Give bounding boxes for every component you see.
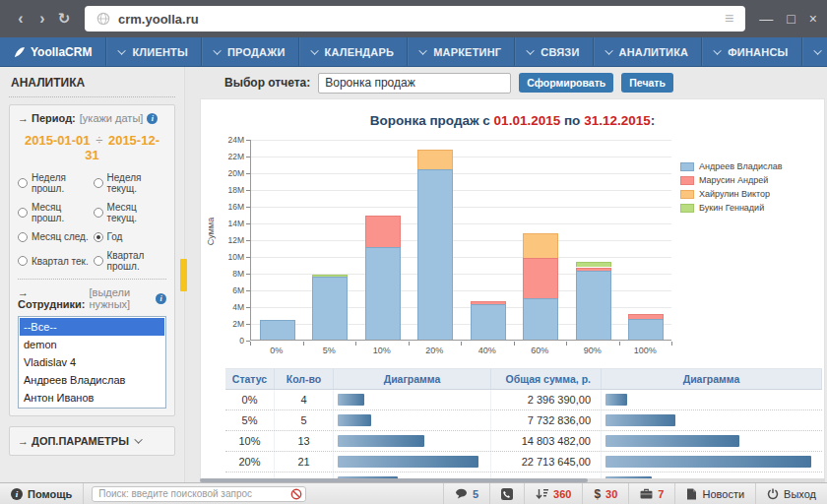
sum-bar <box>605 414 675 426</box>
period-radio[interactable]: Месяц прошл. <box>18 202 92 223</box>
minimize-icon[interactable]: — <box>759 11 773 27</box>
nav-item-продажи[interactable]: ПРОДАЖИ <box>202 37 299 66</box>
nav-item-связи[interactable]: СВЯЗИ <box>515 37 593 66</box>
period-radio[interactable]: Неделя прошл. <box>18 172 92 194</box>
period-dates: 2015-01-01 ÷ 2015-12-31 <box>18 133 166 162</box>
radio-icon <box>94 232 103 242</box>
reload-icon[interactable]: ↻ <box>53 10 75 28</box>
period-radio[interactable]: Неделя текущ. <box>94 172 167 194</box>
title-date-to: 31.12.2015 <box>584 113 651 128</box>
y-tick-label: 12M <box>201 235 244 245</box>
status-cell: 0% <box>225 390 275 410</box>
status-cell: 10% <box>225 431 275 451</box>
y-tick-label: 10M <box>201 252 244 262</box>
nav-menu: КЛИЕНТЫПРОДАЖИКАЛЕНДАРЬМАРКЕТИНГСВЯЗИАНА… <box>106 37 827 66</box>
search-input[interactable] <box>92 486 306 502</box>
legend-swatch <box>680 162 694 171</box>
info-icon[interactable]: i <box>147 113 158 124</box>
analytics-sidebar: АНАЛИТИКА → Период: [укажи даты] i 2015-… <box>0 67 185 482</box>
messages-button[interactable]: 5 <box>443 483 489 504</box>
count-bar <box>338 414 371 426</box>
calls-button[interactable] <box>489 483 524 504</box>
back-icon[interactable]: ‹ <box>10 10 32 28</box>
legend-swatch <box>680 204 694 213</box>
clear-search-icon[interactable] <box>290 488 302 500</box>
url-text[interactable]: crm.yoolla.ru <box>118 12 721 27</box>
nav-item-аналитика[interactable]: АНАЛИТИКА <box>594 37 703 66</box>
period-radio[interactable]: Квартал тек. <box>18 250 92 272</box>
finance-button[interactable]: $ 30 <box>582 483 628 504</box>
count-bar <box>338 394 364 406</box>
bar-segment <box>365 247 401 340</box>
browser-menu-icon[interactable]: ≡ <box>721 10 737 28</box>
exit-label: Выход <box>784 488 816 500</box>
report-select-input[interactable] <box>318 73 511 94</box>
x-tick-label: 20% <box>409 346 462 355</box>
nav-item-сервисы[interactable]: СЕРВИСЫ <box>802 37 827 66</box>
sum-bar <box>605 456 811 468</box>
app-logo[interactable]: YoollaCRM <box>0 37 106 66</box>
column-header: Диаграмма <box>334 369 491 389</box>
period-radio[interactable]: Месяц след. <box>18 231 92 242</box>
period-radio[interactable]: Год <box>94 231 167 242</box>
x-tick-label: 100% <box>619 346 672 355</box>
employee-option[interactable]: --Все-- <box>20 318 164 336</box>
period-radio[interactable]: Месяц текущ. <box>94 202 167 223</box>
tasks-button[interactable]: 360 <box>524 483 582 504</box>
maximize-icon[interactable]: □ <box>787 11 795 27</box>
radio-icon <box>18 256 28 266</box>
chevron-down-icon <box>310 46 318 54</box>
employee-option[interactable]: Vladislav 4 <box>20 353 164 371</box>
legend-swatch <box>680 190 694 199</box>
period-radio[interactable]: Квартал прошл. <box>94 250 167 272</box>
x-tick-label: 5% <box>303 346 356 355</box>
sidebar-title: АНАЛИТИКА <box>11 76 175 90</box>
y-tick-label: 0 <box>201 336 244 346</box>
bar-segment <box>628 319 664 340</box>
sidebar-collapse-handle[interactable] <box>180 259 187 291</box>
employees-label: → Сотрудники: <box>18 286 86 310</box>
employee-option[interactable]: Антон Иванов <box>20 389 164 407</box>
horizontal-scrollbar[interactable] <box>200 478 825 482</box>
briefcase-icon <box>640 488 653 499</box>
column-header: Статус <box>225 369 275 389</box>
generate-button[interactable]: Сформировать <box>519 73 613 93</box>
document-icon <box>686 488 697 500</box>
help-button[interactable]: i Помощь <box>0 483 84 504</box>
scrollbar-thumb[interactable] <box>200 478 588 482</box>
chevron-down-icon <box>604 46 612 54</box>
y-tick-label: 4M <box>201 302 244 312</box>
deals-button[interactable]: 7 <box>628 483 674 504</box>
column-header: Диаграмма <box>602 369 822 389</box>
sum-bar <box>605 435 739 447</box>
bar-segment <box>523 298 558 341</box>
nav-item-клиенты[interactable]: КЛИЕНТЫ <box>106 37 202 66</box>
employees-label-row: → Сотрудники: [выдели нужных] i <box>18 286 166 310</box>
print-button[interactable]: Печать <box>621 73 673 93</box>
news-button[interactable]: Новости <box>674 483 755 504</box>
y-tick-label: 22M <box>201 152 244 161</box>
logout-button[interactable]: Выход <box>755 483 827 504</box>
nav-item-маркетинг[interactable]: МАРКЕТИНГ <box>408 37 515 66</box>
radio-icon <box>18 208 28 218</box>
x-tick-label: 0% <box>250 346 303 355</box>
date-from[interactable]: 2015-01-01 <box>25 133 91 148</box>
employee-option[interactable]: Андреев Владислав <box>20 371 164 389</box>
column-header: Кол-во <box>275 369 334 389</box>
nav-item-календарь[interactable]: КАЛЕНДАРЬ <box>299 37 409 66</box>
bar-segment <box>576 262 611 268</box>
extra-params-toggle[interactable]: → ДОП.ПАРАМЕТРЫ <box>9 426 175 456</box>
table-row: 20%2122 713 645,00 <box>225 452 822 472</box>
close-icon[interactable]: × <box>809 11 817 27</box>
info-icon[interactable]: i <box>156 293 166 304</box>
count-diagram-cell <box>334 431 491 451</box>
nav-item-финансы[interactable]: ФИНАНСЫ <box>702 37 801 66</box>
table-row: 5%57 732 836,00 <box>225 410 822 431</box>
forward-icon[interactable]: › <box>32 10 53 28</box>
news-label: Новости <box>702 488 744 500</box>
legend-swatch <box>680 176 694 185</box>
employees-listbox[interactable]: --Все--demonVladislav 4Андреев Владислав… <box>18 316 166 409</box>
url-bar[interactable]: crm.yoolla.ru ≡ <box>85 6 745 32</box>
x-tick-label: 90% <box>566 346 619 355</box>
employee-option[interactable]: demon <box>20 336 164 353</box>
